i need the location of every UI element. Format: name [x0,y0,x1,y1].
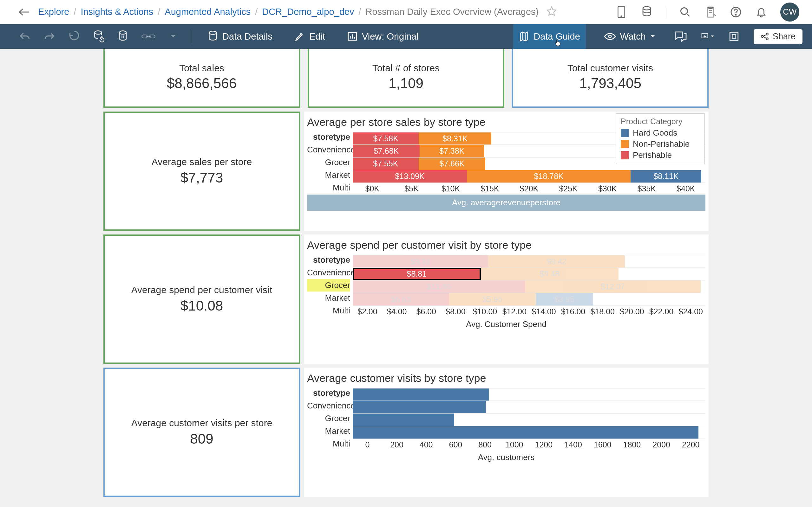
bar-segment[interactable]: $7.58K [353,132,419,145]
clipboard-icon[interactable] [704,6,717,18]
legend-swatch [621,151,629,159]
breadcrumb: Explore/ Insights & Actions/ Augmented A… [38,7,539,17]
panel-title: Average spend per customer visit by stor… [307,239,705,251]
avatar-initials: CW [783,7,797,17]
bar-segment[interactable]: $7.66K [419,158,486,170]
legend-item[interactable]: Hard Goods [621,127,700,138]
button-label: View: Original [362,32,418,42]
breadcrumb-link[interactable]: Insights & Actions [81,7,153,17]
kpi-total-stores[interactable]: Total # of stores 1,109 [308,49,504,108]
bar-segment[interactable]: $6.63 [353,293,449,305]
svg-point-1 [621,16,622,17]
share-button[interactable]: Share [754,29,803,44]
svg-point-7 [95,31,101,34]
svg-rect-4 [707,8,714,17]
bar-segment[interactable]: $8.81 [353,268,481,280]
legend: Product Category Hard Goods Non-Perishab… [616,113,705,164]
button-label: Data Guide [534,32,580,42]
bar-segment[interactable]: $9.42 [488,256,625,268]
svg-point-17 [766,33,768,35]
back-arrow-icon[interactable] [18,7,29,17]
breadcrumb-current: Rossman Daily Exec Overview (Averages) [365,7,539,17]
breadcrumb-link[interactable]: Explore [38,7,69,17]
bar-segment[interactable] [353,389,489,400]
chart-visits-by-storetype[interactable]: Average customer visits by store type st… [304,368,709,497]
breadcrumb-sep: / [358,7,361,17]
bar-segment[interactable]: $7.55K [353,158,419,170]
kpi-value: 1,793,405 [579,75,641,91]
bar-segment[interactable]: $7.68K [353,145,420,157]
view-button[interactable]: View: Original [342,24,424,49]
legend-swatch [621,129,629,137]
chart-sales-by-storetype[interactable]: Average per store sales by store type Pr… [304,112,709,231]
bar-segment[interactable]: $13.09K [353,170,467,182]
svg-point-16 [761,36,763,38]
bar-segment[interactable]: $9.48 [481,268,619,280]
button-label: Data Details [222,32,272,42]
download-icon[interactable] [700,31,714,42]
svg-point-11 [209,31,216,34]
bar-segment[interactable]: $7.38K [420,145,484,157]
action-bar: Data Details Edit View: Original Data Gu… [0,24,812,49]
pause-data-icon[interactable] [117,31,131,43]
chart-spend-by-storetype[interactable]: Average spend per customer visit by stor… [304,234,709,364]
comments-icon[interactable] [674,31,688,42]
datasource-icon[interactable] [641,6,653,18]
redo-icon[interactable] [43,32,56,41]
pencil-icon [295,32,305,42]
breadcrumb-link[interactable]: DCR_Demo_alpo_dev [262,7,354,17]
legend-item[interactable]: Non-Perishable [621,138,700,150]
link-icon[interactable] [142,33,155,40]
bar-chart: storetypeConvenienceGrocerMarketMulti$9.… [307,255,705,317]
kpi-avg-visits-per-store[interactable]: Average customer visits per store 809 [103,368,300,497]
search-icon[interactable] [679,6,692,18]
kpi-value: 809 [190,431,213,447]
svg-rect-15 [732,35,735,38]
svg-point-8 [119,31,126,34]
button-label: Edit [309,32,325,42]
legend-item[interactable]: Perishable [621,150,700,161]
bar-segment[interactable] [353,413,454,426]
bar-segment[interactable]: $8.11K [630,170,701,182]
bar-segment[interactable]: $5.96 [449,293,536,305]
bar-segment[interactable]: $9.31 [353,256,488,268]
kpi-label: Total customer visits [567,63,653,73]
kpi-avg-spend-per-visit[interactable]: Average spend per customer visit $10.08 [103,234,300,364]
breadcrumb-sep: / [158,7,160,17]
kpi-total-sales[interactable]: Total sales $8,866,566 [103,49,300,108]
favorite-star-icon[interactable] [546,6,557,18]
kpi-avg-sales-per-store[interactable]: Average sales per store $7,773 [103,112,300,231]
watch-button[interactable]: Watch [599,24,661,49]
fullscreen-icon[interactable] [727,31,741,42]
share-icon [761,32,769,41]
kpi-label: Total # of stores [372,63,440,73]
bar-segment[interactable]: $11.86 [353,280,525,293]
bar-segment[interactable] [353,401,486,413]
kpi-total-visits[interactable]: Total customer visits 1,793,405 [512,49,709,108]
undo-icon[interactable] [18,32,32,41]
refresh-data-icon[interactable] [92,31,106,43]
bar-segment[interactable]: $18.78K [467,170,630,182]
bar-segment[interactable]: $8.31K [419,132,491,145]
replay-icon[interactable] [67,31,81,42]
breadcrumb-link[interactable]: Augmented Analytics [165,7,251,17]
bar-segment[interactable]: $3.95 [536,293,593,305]
chart-icon [347,32,357,41]
data-details-button[interactable]: Data Details [202,24,278,49]
bar-segment[interactable] [353,426,699,439]
device-preview-icon[interactable] [615,6,628,18]
x-axis-label: Avg. averagerevenueperstore [307,194,705,211]
divider [191,30,191,43]
bar-segment[interactable]: $12.07 [525,280,701,293]
chevron-down-icon[interactable] [166,35,180,38]
cylinder-icon [208,31,218,42]
notifications-icon[interactable] [755,6,768,18]
breadcrumb-sep: / [73,7,76,17]
kpi-label: Average sales per store [152,157,252,167]
avatar[interactable]: CW [780,3,799,21]
edit-button[interactable]: Edit [289,24,331,49]
breadcrumb-sep: / [255,7,258,17]
help-icon[interactable] [729,6,742,18]
panel-title: Average customer visits by store type [307,372,705,384]
data-guide-button[interactable]: Data Guide [513,24,586,49]
